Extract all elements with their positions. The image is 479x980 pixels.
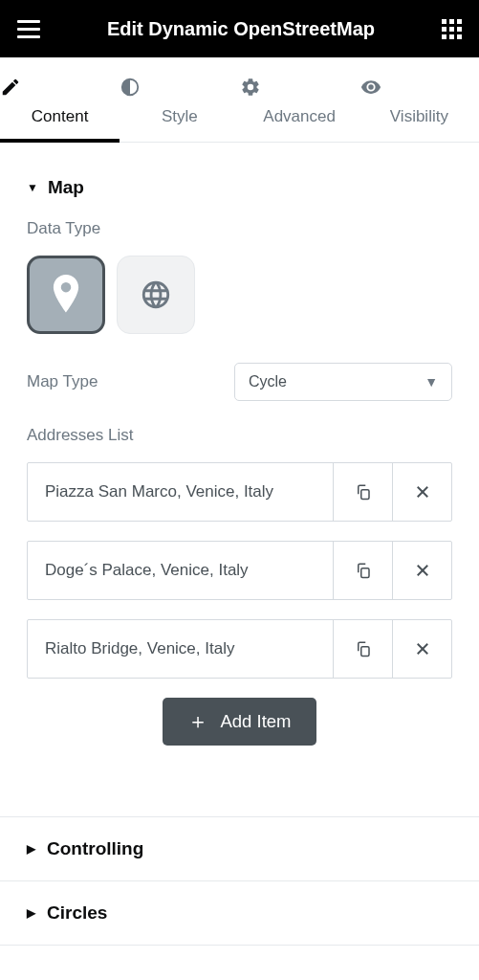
tab-label: Advanced — [263, 107, 336, 125]
map-type-label: Map Type — [27, 372, 98, 391]
globe-icon — [140, 278, 172, 311]
addresses-list: Piazza San Marco, Venice, Italy Doge´s P… — [27, 462, 452, 679]
plus-icon: ＋ — [187, 707, 208, 736]
map-type-value: Cycle — [249, 373, 287, 390]
duplicate-button[interactable] — [333, 620, 392, 678]
add-item-label: Add Item — [220, 711, 291, 732]
section-body-map: Data Type Map Type Cycle ▼ — [27, 210, 452, 809]
page-title: Edit Dynamic OpenStreetMap — [40, 18, 442, 40]
tabs: Content Style Advanced Visibility — [0, 57, 479, 143]
section-title: Circles — [47, 902, 107, 924]
caret-right-icon: ▶ — [27, 842, 35, 856]
section-title: Map — [48, 177, 84, 198]
duplicate-button[interactable] — [333, 463, 392, 521]
close-icon — [414, 562, 431, 579]
duplicate-button[interactable] — [333, 542, 392, 599]
tab-content[interactable]: Content — [0, 57, 120, 142]
data-type-pin[interactable] — [27, 256, 105, 334]
address-text[interactable]: Doge´s Palace, Venice, Italy — [28, 542, 333, 599]
header-bar: Edit Dynamic OpenStreetMap — [0, 0, 479, 57]
map-type-select[interactable]: Cycle ▼ — [234, 363, 452, 401]
address-text[interactable]: Rialto Bridge, Venice, Italy — [28, 620, 333, 678]
data-type-label: Data Type — [27, 219, 452, 238]
copy-icon — [355, 482, 372, 501]
pin-icon — [50, 275, 82, 315]
tab-label: Content — [32, 107, 89, 125]
section-header-map[interactable]: ▼ Map — [27, 166, 452, 210]
svg-rect-0 — [360, 490, 368, 500]
address-item: Doge´s Palace, Venice, Italy — [27, 541, 452, 600]
tab-visibility[interactable]: Visibility — [359, 57, 479, 142]
caret-right-icon: ▶ — [27, 906, 35, 920]
panel-content: ▼ Map Data Type Map Type — [0, 143, 479, 809]
copy-icon — [355, 639, 372, 658]
svg-rect-6 — [360, 647, 368, 657]
menu-icon[interactable] — [17, 20, 40, 38]
close-icon — [414, 640, 431, 657]
pencil-icon — [0, 77, 120, 98]
section-map: ▼ Map Data Type Map Type — [27, 166, 452, 809]
contrast-icon — [120, 77, 239, 98]
copy-icon — [355, 561, 372, 580]
address-item: Rialto Bridge, Venice, Italy — [27, 619, 452, 679]
data-type-globe[interactable] — [117, 256, 195, 334]
section-header-circles[interactable]: ▶ Circles — [0, 880, 479, 946]
caret-down-icon: ▼ — [27, 181, 38, 194]
tab-style[interactable]: Style — [120, 57, 239, 142]
data-type-toggle — [27, 256, 452, 334]
section-header-controlling[interactable]: ▶ Controlling — [0, 816, 479, 880]
tab-label: Style — [162, 107, 198, 125]
close-icon — [414, 483, 431, 501]
tab-label: Visibility — [390, 107, 448, 125]
remove-button[interactable] — [392, 542, 451, 599]
svg-rect-3 — [360, 568, 368, 578]
section-title: Controlling — [47, 838, 143, 859]
eye-icon — [359, 77, 479, 98]
add-item-button[interactable]: ＋ Add Item — [163, 698, 316, 746]
gear-icon — [240, 77, 359, 98]
map-type-row: Map Type Cycle ▼ — [27, 363, 452, 401]
address-text[interactable]: Piazza San Marco, Venice, Italy — [28, 463, 333, 521]
address-item: Piazza San Marco, Venice, Italy — [27, 462, 452, 522]
chevron-down-icon: ▼ — [425, 374, 438, 390]
remove-button[interactable] — [392, 463, 451, 521]
tab-advanced[interactable]: Advanced — [240, 57, 359, 142]
addresses-label: Addresses List — [27, 426, 452, 445]
remove-button[interactable] — [392, 620, 451, 678]
apps-grid-icon[interactable] — [442, 19, 462, 39]
